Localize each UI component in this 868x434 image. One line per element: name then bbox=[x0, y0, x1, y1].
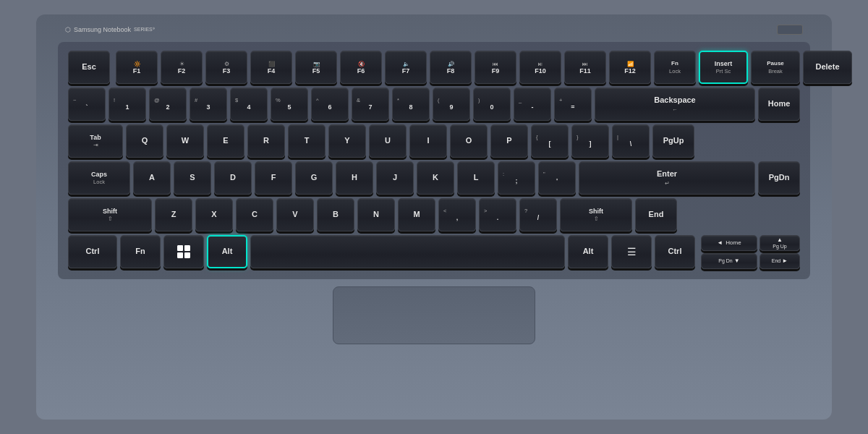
key-2[interactable]: @ 2 bbox=[149, 88, 187, 121]
key-caps-lock[interactable]: Caps Lock bbox=[68, 161, 130, 195]
key-b[interactable]: B bbox=[317, 198, 354, 231]
key-f3[interactable]: ⚙ F3 bbox=[205, 51, 247, 84]
key-alt-right[interactable]: Alt bbox=[568, 235, 608, 268]
key-close-bracket[interactable]: } ] bbox=[571, 124, 609, 158]
key-pause-break[interactable]: Pause Break bbox=[751, 51, 800, 84]
key-g[interactable]: G bbox=[295, 161, 333, 195]
key-home[interactable]: Home bbox=[758, 88, 800, 121]
key-u[interactable]: U bbox=[369, 124, 407, 158]
key-i[interactable]: I bbox=[409, 124, 447, 158]
key-space[interactable] bbox=[250, 235, 565, 268]
key-delete[interactable]: Delete bbox=[803, 51, 852, 84]
key-menu[interactable]: ☰ bbox=[611, 235, 652, 268]
key-windows[interactable] bbox=[163, 235, 204, 268]
key-9[interactable]: ( 9 bbox=[433, 88, 470, 121]
key-s[interactable]: S bbox=[174, 161, 211, 195]
key-v[interactable]: V bbox=[276, 198, 314, 231]
key-f4[interactable]: ⬛ F4 bbox=[250, 51, 292, 84]
key-page-down[interactable]: PgDn bbox=[758, 161, 800, 195]
key-z[interactable]: Z bbox=[155, 198, 192, 231]
key-alt-left[interactable]: Alt bbox=[207, 235, 247, 268]
key-m[interactable]: M bbox=[398, 198, 435, 231]
key-period[interactable]: > . bbox=[479, 198, 516, 231]
key-o[interactable]: O bbox=[450, 124, 488, 158]
key-enter[interactable]: Enter ↵ bbox=[579, 161, 755, 195]
key-h[interactable]: H bbox=[336, 161, 373, 195]
touchpad[interactable] bbox=[333, 286, 535, 344]
power-indicator bbox=[777, 25, 803, 35]
top-bar: ⬡ Samsung Notebook SERIES⁹ bbox=[58, 22, 810, 38]
brand-label: ⬡ Samsung Notebook SERIES⁹ bbox=[65, 26, 155, 33]
nav-cluster: ◄Home ▲Pg Up Pg Dn▼ End► bbox=[701, 235, 800, 269]
key-insert[interactable]: Insert Prt Sc bbox=[699, 51, 748, 84]
key-shift-left[interactable]: Shift ⇧ bbox=[68, 198, 152, 231]
key-backslash[interactable]: | \ bbox=[612, 124, 650, 158]
keyboard: Esc 🔆 F1 ☀ F2 ⚙ F3 ⬛ F4 📷 F5 bbox=[58, 42, 810, 279]
key-e[interactable]: E bbox=[207, 124, 244, 158]
key-f8[interactable]: 🔊 F8 bbox=[430, 51, 472, 84]
key-r[interactable]: R bbox=[247, 124, 285, 158]
key-f9[interactable]: ⏮ F9 bbox=[475, 51, 516, 84]
caps-key-row: Caps Lock A S D F G H J K L : ; " ' Ente… bbox=[68, 161, 800, 195]
key-f2[interactable]: ☀ F2 bbox=[161, 51, 203, 84]
key-n[interactable]: N bbox=[357, 198, 395, 231]
key-pg-up-nav[interactable]: ▲Pg Up bbox=[760, 235, 800, 251]
laptop-body: ⬡ Samsung Notebook SERIES⁹ Esc 🔆 F1 ☀ F2… bbox=[36, 14, 832, 420]
key-t[interactable]: T bbox=[288, 124, 326, 158]
key-ctrl-left[interactable]: Ctrl bbox=[68, 235, 117, 268]
key-7[interactable]: & 7 bbox=[352, 88, 389, 121]
key-end-nav[interactable]: End► bbox=[760, 253, 800, 269]
number-key-row: ~ ` ! 1 @ 2 # 3 $ 4 % 5 bbox=[68, 88, 800, 121]
key-1[interactable]: ! 1 bbox=[109, 88, 146, 121]
key-l[interactable]: L bbox=[457, 161, 495, 195]
key-k[interactable]: K bbox=[417, 161, 454, 195]
key-0[interactable]: ) 0 bbox=[473, 88, 511, 121]
key-backtick[interactable]: ~ ` bbox=[68, 88, 106, 121]
key-shift-right[interactable]: Shift ⇧ bbox=[560, 198, 632, 231]
key-j[interactable]: J bbox=[376, 161, 414, 195]
key-d[interactable]: D bbox=[214, 161, 252, 195]
tab-key-row: Tab ⇥ Q W E R T Y U I O P { [ } ] | \ bbox=[68, 124, 800, 158]
key-y[interactable]: Y bbox=[328, 124, 366, 158]
key-semicolon[interactable]: : ; bbox=[498, 161, 535, 195]
key-f5[interactable]: 📷 F5 bbox=[295, 51, 337, 84]
key-esc[interactable]: Esc bbox=[68, 51, 110, 84]
key-a[interactable]: A bbox=[133, 161, 171, 195]
key-f[interactable]: F bbox=[255, 161, 292, 195]
key-page-up[interactable]: PgUp bbox=[652, 124, 694, 158]
key-fn-lock[interactable]: Fn Lock bbox=[654, 51, 696, 84]
windows-icon bbox=[177, 245, 190, 258]
key-f1[interactable]: 🔆 F1 bbox=[116, 51, 158, 84]
key-backspace[interactable]: Backspace ← bbox=[595, 88, 755, 121]
key-minus[interactable]: _ - bbox=[514, 88, 551, 121]
key-f10[interactable]: ⏯ F10 bbox=[519, 51, 561, 84]
key-6[interactable]: ^ 6 bbox=[311, 88, 349, 121]
key-5[interactable]: % 5 bbox=[271, 88, 308, 121]
key-f7[interactable]: 🔈 F7 bbox=[385, 51, 427, 84]
key-quote[interactable]: " ' bbox=[538, 161, 576, 195]
key-f6[interactable]: 🔇 F6 bbox=[340, 51, 382, 84]
key-c[interactable]: C bbox=[236, 198, 273, 231]
key-pg-dn-nav[interactable]: Pg Dn▼ bbox=[701, 253, 757, 269]
key-open-bracket[interactable]: { [ bbox=[531, 124, 569, 158]
key-comma[interactable]: < , bbox=[438, 198, 476, 231]
key-tab[interactable]: Tab ⇥ bbox=[68, 124, 123, 158]
bottom-key-row: Ctrl Fn Alt Alt ☰ Ctrl ◄Home bbox=[68, 235, 800, 269]
key-fn[interactable]: Fn bbox=[120, 235, 161, 268]
key-end[interactable]: End bbox=[635, 198, 677, 231]
key-p[interactable]: P bbox=[490, 124, 528, 158]
key-f11[interactable]: ⏭ F11 bbox=[564, 51, 606, 84]
key-x[interactable]: X bbox=[195, 198, 233, 231]
key-f12[interactable]: 📶 F12 bbox=[609, 51, 651, 84]
key-slash[interactable]: ? / bbox=[519, 198, 557, 231]
key-ctrl-right[interactable]: Ctrl bbox=[655, 235, 695, 268]
key-equals[interactable]: + = bbox=[554, 88, 592, 121]
key-q[interactable]: Q bbox=[126, 124, 163, 158]
key-8[interactable]: * 8 bbox=[392, 88, 430, 121]
key-w[interactable]: W bbox=[166, 124, 204, 158]
key-home-nav[interactable]: ◄Home bbox=[701, 235, 757, 251]
key-4[interactable]: $ 4 bbox=[230, 88, 268, 121]
function-key-row: Esc 🔆 F1 ☀ F2 ⚙ F3 ⬛ F4 📷 F5 bbox=[68, 51, 800, 84]
shift-key-row: Shift ⇧ Z X C V B N M < , > . ? / Shif bbox=[68, 198, 800, 231]
key-3[interactable]: # 3 bbox=[190, 88, 227, 121]
